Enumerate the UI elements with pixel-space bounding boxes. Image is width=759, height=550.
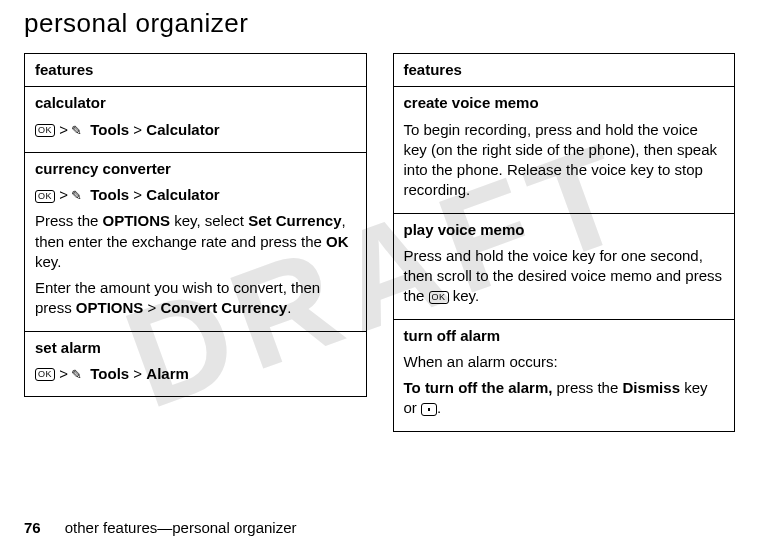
instruction-text: To begin recording, press and hold the v… bbox=[404, 120, 725, 201]
feature-set-alarm: set alarm OK > Tools > Alarm bbox=[25, 331, 367, 397]
instruction-text: Enter the amount you wish to convert, th… bbox=[35, 278, 356, 319]
ok-key-icon: OK bbox=[35, 190, 55, 203]
right-table: features create voice memo To begin reco… bbox=[393, 53, 736, 432]
feature-title: set alarm bbox=[35, 338, 356, 358]
left-table-header: features bbox=[25, 54, 367, 87]
feature-create-voice-memo: create voice memo To begin recording, pr… bbox=[393, 87, 735, 213]
left-table: features calculator OK > Tools > Calcula… bbox=[24, 53, 367, 397]
ok-key-icon: OK bbox=[429, 291, 449, 304]
target-label: Calculator bbox=[146, 186, 219, 203]
feature-title: currency converter bbox=[35, 159, 356, 179]
feature-turn-off-alarm: turn off alarm When an alarm occurs: To … bbox=[393, 319, 735, 431]
tools-label: Tools bbox=[90, 186, 129, 203]
target-label: Calculator bbox=[146, 121, 219, 138]
feature-title: turn off alarm bbox=[404, 326, 725, 346]
sep: > bbox=[59, 186, 68, 203]
tools-icon bbox=[72, 125, 86, 137]
feature-title: play voice memo bbox=[404, 220, 725, 240]
ok-key-icon: OK bbox=[35, 124, 55, 137]
sep: > bbox=[59, 121, 68, 138]
tools-icon bbox=[72, 190, 86, 202]
instruction-text: Press the OPTIONS key, select Set Curren… bbox=[35, 211, 356, 272]
left-column: features calculator OK > Tools > Calcula… bbox=[24, 53, 367, 432]
feature-calculator: calculator OK > Tools > Calculator bbox=[25, 87, 367, 153]
tools-icon bbox=[72, 369, 86, 381]
tools-label: Tools bbox=[90, 121, 129, 138]
nav-path: OK > Tools > Calculator bbox=[35, 120, 356, 140]
sep: > bbox=[59, 365, 68, 382]
target-label: Alarm bbox=[146, 365, 189, 382]
right-table-header: features bbox=[393, 54, 735, 87]
feature-title: create voice memo bbox=[404, 93, 725, 113]
page-number: 76 bbox=[24, 519, 41, 536]
right-column: features create voice memo To begin reco… bbox=[393, 53, 736, 432]
sep: > bbox=[133, 121, 142, 138]
nav-path: OK > Tools > Calculator bbox=[35, 185, 356, 205]
footer-text: other features—personal organizer bbox=[65, 519, 297, 536]
ok-key-icon: OK bbox=[35, 368, 55, 381]
page-title: personal organizer bbox=[24, 8, 735, 39]
sep: > bbox=[133, 186, 142, 203]
instruction-text: When an alarm occurs: bbox=[404, 352, 725, 372]
instruction-text: Press and hold the voice key for one sec… bbox=[404, 246, 725, 307]
columns: features calculator OK > Tools > Calcula… bbox=[24, 53, 735, 432]
page-footer: 76other features—personal organizer bbox=[24, 519, 296, 536]
feature-currency-converter: currency converter OK > Tools > Calculat… bbox=[25, 152, 367, 331]
page-content: personal organizer features calculator O… bbox=[0, 0, 759, 550]
instruction-text: To turn off the alarm, press the Dismiss… bbox=[404, 378, 725, 419]
feature-title: calculator bbox=[35, 93, 356, 113]
nav-path: OK > Tools > Alarm bbox=[35, 364, 356, 384]
feature-play-voice-memo: play voice memo Press and hold the voice… bbox=[393, 213, 735, 319]
sep: > bbox=[133, 365, 142, 382]
tools-label: Tools bbox=[90, 365, 129, 382]
hangup-key-icon bbox=[421, 403, 437, 416]
